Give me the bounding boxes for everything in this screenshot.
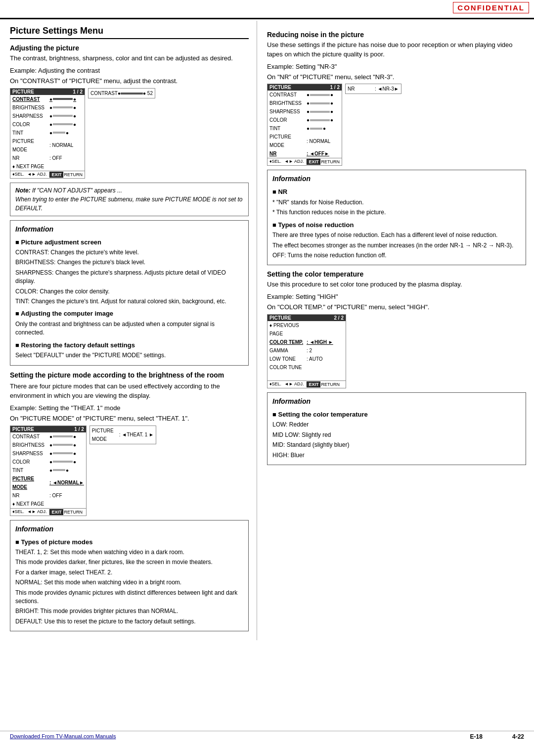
page-num-right: 4-22 [512, 733, 524, 740]
nr-menu-diagrams: PICTURE 1 / 2 CONTRAST ●● BRIGHTNESS ●● … [267, 84, 526, 166]
info-low: LOW: Redder [272, 421, 521, 429]
picture-mode-heading: Setting the picture mode according to th… [10, 371, 249, 380]
example-high-body: On "COLOR TEMP." of "PICTURE" menu, sele… [267, 303, 526, 312]
download-link[interactable]: Downloaded From TV-Manual.com Manuals [10, 733, 116, 740]
pm-22-lowtone: LOW TONE : AUTO [267, 355, 346, 363]
picture-menu-nr: PICTURE 1 / 2 CONTRAST ●● BRIGHTNESS ●● … [267, 84, 342, 166]
pm-mode-nextpage: ♦ NEXT PAGE [10, 500, 86, 508]
pm-nr-nr: NR : ◄OFF► [267, 149, 342, 158]
info-title-nr: Information [272, 174, 521, 184]
info-title-1: Information [15, 224, 243, 235]
info-heading-computer: Adjusting the computer image [15, 309, 243, 319]
info-factory-body: Select "DEFAULT" under the "PICTURE MODE… [15, 351, 243, 360]
info-heading-factory: Restoring the factory default settings [15, 340, 243, 350]
pm-row-contrast: CONTRAST ●● [10, 95, 85, 103]
pm-footer-22: ♦SEL. ◄► ADJ. EXITRETURN [267, 380, 346, 388]
example-theat-label: Example: Setting the "THEAT. 1" mode [10, 404, 249, 413]
noise-section-title: Reducing noise in the picture [267, 31, 526, 39]
contrast-detail: CONTRAST ●● 52 [88, 88, 155, 98]
cd-nr-row: NR : ◄NR-3► [348, 85, 399, 93]
color-temp-title: Setting the color temperature [267, 270, 526, 278]
info-nr-off: OFF: Turns the noise reduction function … [272, 251, 521, 260]
picture-menu-contrast: PICTURE 1 / 2 CONTRAST ●● BRIGHTNESS ●● … [10, 88, 85, 179]
bottom-bar: Downloaded From TV-Manual.com Manuals E-… [0, 731, 534, 742]
pm-page: 1 / 2 [73, 89, 82, 94]
pm-nr-picturemode: PICTURE MODE : NORMAL [267, 133, 342, 149]
info-box-nr: Information NR * "NR" stands for Noise R… [267, 170, 526, 265]
picture-mode-body: There are four picture modes that can be… [10, 382, 249, 401]
info-normal: NORMAL: Set this mode when watching vide… [15, 578, 243, 587]
nr-detail: NR : ◄NR-3► [345, 84, 401, 94]
picture-menu-2-2: PICTURE 2 / 2 ♦ PREVIOUS PAGE COLOR TEMP… [267, 314, 346, 388]
pm-mode-nr: NR : OFF [10, 491, 86, 500]
info-theat2: For a darker image, select THEAT. 2. [15, 568, 243, 577]
pm-nr-color: COLOR ●● [267, 116, 342, 124]
pm-mode-tint: TINT ●● [10, 466, 86, 474]
pm-nr-sharpness: SHARPNESS ●● [267, 107, 342, 116]
left-column: Picture Settings Menu Adjusting the pict… [0, 21, 257, 640]
example-nr-body: On "NR" of "PICTURE" menu, select "NR-3"… [267, 73, 526, 82]
info-box-2: Information Types of picture modes THEAT… [10, 520, 249, 632]
page-num-left: E-18 [470, 733, 483, 740]
info-box-color: Information Setting the color temperatur… [267, 392, 526, 465]
pm-title: PICTURE [12, 89, 34, 94]
info-title-2: Information [15, 524, 243, 534]
color-temp-body: Use this procedure to set color tone pro… [267, 280, 526, 289]
example-nr-label: Example: Setting "NR-3" [267, 62, 526, 72]
pm-row-sharpness: SHARPNESS ●● [10, 112, 85, 120]
example-high-label: Example: Setting "HIGH" [267, 292, 526, 302]
info-mid: MID: Standard (slightly bluer) [272, 441, 521, 449]
pm-row-tint: TINT ●● [10, 129, 85, 137]
pm-mode-picturemode: PICTURE MODE : ◄NORMAL► [10, 474, 86, 491]
example-theat-body: On "PICTURE MODE" of "PICTURE" menu, sel… [10, 414, 249, 424]
info-nr-function: * This function reduces noise in the pic… [272, 208, 521, 217]
info-computer-body: Only the contrast and brightness can be … [15, 320, 243, 337]
right-column: Reducing noise in the picture Use these … [257, 21, 534, 640]
picture-menu-header: PICTURE 1 / 2 [10, 89, 85, 95]
info-title-color: Information [272, 396, 521, 407]
info-theat12: THEAT. 1, 2: Set this mode when watching… [15, 548, 243, 557]
info-color: COLOR: Changes the color density. [15, 287, 243, 296]
pm-mode-contrast: CONTRAST ●● [10, 432, 86, 441]
picture-menu-mode: PICTURE 1 / 2 CONTRAST ●● BRIGHTNESS ●● … [10, 425, 87, 516]
pm-22-colortune: COLOR TUNE [267, 363, 346, 372]
info-tint: TINT: Changes the picture's tint. Adjust… [15, 297, 243, 306]
info-heading-picture-adjustment: Picture adjustment screen [15, 237, 243, 247]
info-heading-types-noise: Types of noise reduction [272, 220, 521, 230]
pm-row-picturemode: PICTURE MODE : NORMAL [10, 137, 85, 154]
info-box-1: Information Picture adjustment screen CO… [10, 220, 249, 366]
confidential-badge: CONFIDENTIAL [453, 2, 529, 13]
adjusting-picture-body: The contrast, brightness, sharpness, col… [10, 54, 249, 63]
adjusting-picture-title: Adjusting the picture [10, 44, 249, 52]
note-bold: Note: If "CAN NOT ADJUST" appears ... [15, 187, 122, 194]
info-heading-color-temp: Setting the color temperature [272, 410, 521, 420]
pm-header-2-2: PICTURE 2 / 2 [267, 315, 346, 321]
info-theat-detail: This mode provides darker, finer picture… [15, 558, 243, 567]
info-normal-detail: This mode provides dynamic pictures with… [15, 589, 243, 606]
cd-row: CONTRAST ●● 52 [90, 89, 153, 97]
info-sharpness: SHARPNESS: Changes the picture's sharpne… [15, 269, 243, 286]
example-contrast-label: Example: Adjusting the contrast [10, 66, 249, 76]
info-brightness: BRIGHTNESS: Changes the picture's black … [15, 258, 243, 267]
pm-22-prevpage: ♦ PREVIOUS PAGE [267, 321, 346, 338]
pm-row-color: COLOR ●● [10, 120, 85, 129]
pm-footer-mode: ♦SEL. ◄► ADJ. EXITRETURN [10, 508, 86, 516]
info-nr-stands: * "NR" stands for Noise Reduction. [272, 198, 521, 207]
pm-mode-brightness: BRIGHTNESS ●● [10, 441, 86, 449]
pm-22-spacer [267, 372, 346, 380]
color-temp-diagram-row: PICTURE 2 / 2 ♦ PREVIOUS PAGE COLOR TEMP… [267, 314, 526, 388]
pm-row-nextpage: ♦ NEXT PAGE [10, 162, 85, 171]
cd-mode-row: PICTURE MODE : ◄THEAT. 1 ► [92, 426, 154, 443]
pm-footer-nr: ♦SEL. ◄► ADJ. EXITRETURN [267, 158, 342, 165]
info-contrast: CONTRAST: Changes the picture's white le… [15, 248, 243, 257]
pm-header-nr: PICTURE 1 / 2 [267, 84, 342, 91]
example-contrast-body: On "CONTRAST" of "PICTURE" menu, adjust … [10, 77, 249, 86]
info-heading-nr: NR [272, 187, 521, 197]
info-default: DEFAULT: Use this to reset the picture t… [15, 617, 243, 626]
pm-22-gamma: GAMMA : 2 [267, 346, 346, 355]
info-high: HIGH: Bluer [272, 451, 521, 460]
pm-row-nr: NR : OFF [10, 154, 85, 162]
pm-header-mode: PICTURE 1 / 2 [10, 426, 86, 432]
pm-nr-brightness: BRIGHTNESS ●● [267, 99, 342, 107]
note-body: When trying to enter the PICTURE submenu… [15, 196, 243, 212]
